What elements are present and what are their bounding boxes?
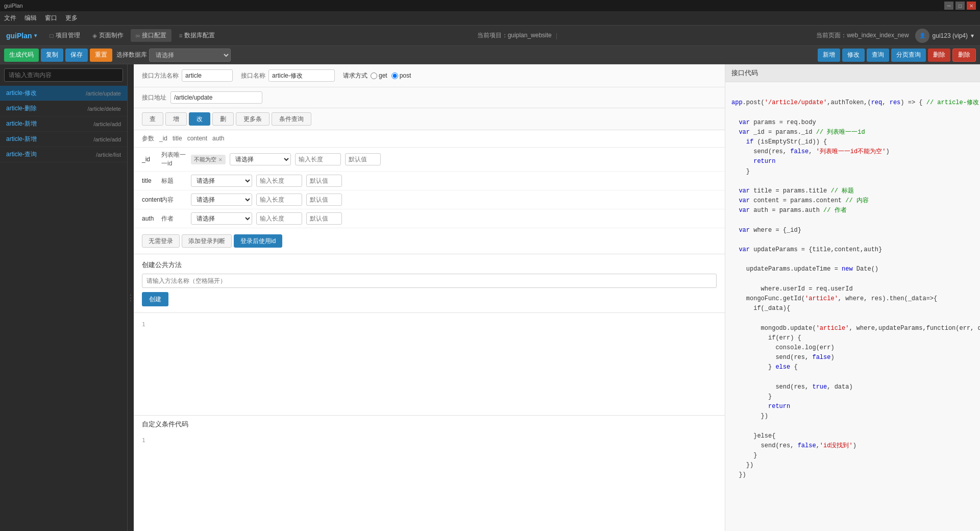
- code-area-1: 1: [134, 313, 725, 415]
- param-row-id: _id 列表唯一一id 不能为空 × 请选择: [134, 148, 725, 172]
- api-url-label: 接口地址: [142, 93, 166, 102]
- page-icon: ◈: [92, 32, 97, 39]
- tab-add[interactable]: 增: [165, 112, 187, 126]
- param-row-content: content 内容 请选择: [134, 190, 725, 209]
- code-display: app.post('/article/update',authToken,(re…: [725, 82, 980, 496]
- project-icon: □: [50, 32, 54, 39]
- sidebar-item-article-add-2[interactable]: article-新增 /article/add: [0, 132, 127, 147]
- param-default-auth[interactable]: [306, 212, 342, 225]
- api-url-input[interactable]: [170, 91, 262, 104]
- radio-group: get post: [371, 72, 411, 79]
- param-label-auth: 作者: [161, 214, 187, 223]
- tab-query[interactable]: 查: [142, 112, 163, 126]
- param-select-id[interactable]: 请选择: [230, 153, 291, 165]
- center-panel: 接口方法名称 接口名称 请求方式 get post: [134, 64, 725, 531]
- auth-tab-use-id[interactable]: 登录后使用id: [234, 234, 282, 248]
- menu-edit[interactable]: 编辑: [24, 14, 37, 22]
- sidebar-item-article-list[interactable]: article-查询 /article/list: [0, 147, 127, 162]
- drag-handle[interactable]: ⋮: [128, 64, 134, 531]
- param-length-auth[interactable]: [256, 212, 302, 225]
- copy-button[interactable]: 复制: [41, 49, 63, 62]
- new-button[interactable]: 新增: [818, 49, 840, 62]
- method-name-field: 接口方法名称: [142, 69, 233, 82]
- tab-more[interactable]: 更多条: [236, 112, 270, 126]
- radio-get-label[interactable]: get: [371, 72, 387, 79]
- nav-api-config[interactable]: ∞ 接口配置: [131, 29, 172, 42]
- remove-tag-id[interactable]: ×: [218, 156, 223, 163]
- api-tabs: 查 增 改 删 更多条 条件查询: [134, 108, 725, 130]
- auth-tabs: 无需登录 添加登录判断 登录后使用id: [134, 228, 725, 254]
- param-length-title[interactable]: [256, 175, 302, 187]
- maximize-button[interactable]: □: [955, 2, 965, 10]
- method-name-label: 接口方法名称: [142, 71, 179, 80]
- tab-modify[interactable]: 改: [189, 112, 210, 126]
- search-input[interactable]: [4, 68, 123, 82]
- modify-button[interactable]: 修改: [842, 49, 865, 62]
- param-default-content[interactable]: [306, 194, 342, 206]
- public-method-input[interactable]: [142, 274, 717, 288]
- auth-tab-add-check[interactable]: 添加登录判断: [182, 234, 232, 248]
- page-query-button[interactable]: 分页查询: [891, 49, 926, 62]
- current-project: 当前项目：guiplan_website: [477, 31, 552, 40]
- tab-delete[interactable]: 删: [212, 112, 234, 126]
- right-panel-title: 接口代码: [725, 64, 980, 82]
- api-name-input[interactable]: [268, 69, 335, 82]
- create-method-button[interactable]: 创建: [142, 292, 168, 306]
- radio-get[interactable]: [371, 73, 377, 79]
- method-name-input[interactable]: [182, 69, 233, 82]
- sidebar-search-container: [0, 64, 127, 86]
- code-line-1: 1: [142, 317, 717, 332]
- right-panel: 接口代码 app.post('/article/update',authToke…: [725, 64, 980, 531]
- param-row-title: title 标题 请选择: [134, 172, 725, 190]
- param-row-auth: auth 作者 请选择: [134, 209, 725, 228]
- title-bar-controls: ─ □ ✕: [944, 2, 976, 10]
- menu-window[interactable]: 窗口: [45, 14, 57, 22]
- param-length-id[interactable]: [295, 153, 341, 165]
- radio-post-label[interactable]: post: [391, 72, 411, 79]
- generate-code-button[interactable]: 生成代码: [4, 49, 39, 62]
- param-select-title[interactable]: 请选择: [191, 175, 252, 187]
- custom-condition-title: 自定义条件代码: [142, 420, 717, 429]
- save-button[interactable]: 保存: [65, 49, 88, 62]
- close-button[interactable]: ✕: [967, 2, 976, 10]
- nav-db-config[interactable]: ≡ 数据库配置: [174, 29, 220, 42]
- api-icon: ∞: [136, 32, 140, 39]
- current-page: 当前页面：web_index_index_new: [816, 31, 909, 40]
- query-button[interactable]: 查询: [867, 49, 889, 62]
- reset-button[interactable]: 重置: [90, 49, 112, 62]
- sidebar-item-article-update[interactable]: article-修改 /article/update: [0, 86, 127, 101]
- database-select[interactable]: 请选择: [149, 49, 231, 62]
- param-default-title[interactable]: [306, 175, 342, 187]
- radio-post[interactable]: [391, 73, 398, 79]
- sidebar: article-修改 /article/update article-删除 /a…: [0, 64, 128, 531]
- sidebar-list: article-修改 /article/update article-删除 /a…: [0, 86, 127, 531]
- param-name-auth: auth: [142, 215, 157, 222]
- top-nav: guiPlan ▾ □ 项目管理 ◈ 页面制作 ∞ 接口配置 ≡ 数据库配置 当…: [0, 26, 980, 46]
- param-default-id[interactable]: [345, 153, 381, 165]
- param-length-content[interactable]: [256, 194, 302, 206]
- menu-more[interactable]: 更多: [65, 14, 78, 22]
- menu-bar: 文件 编辑 窗口 更多: [0, 11, 980, 26]
- api-url-row: 接口地址: [134, 87, 725, 108]
- param-select-auth[interactable]: 请选择: [191, 212, 252, 225]
- minimize-button[interactable]: ─: [944, 2, 953, 10]
- params-header: 参数 _id title content auth: [134, 130, 725, 148]
- auth-tab-no-login[interactable]: 无需登录: [142, 234, 180, 248]
- public-method-title: 创建公共方法: [142, 260, 717, 270]
- nav-page-creation[interactable]: ◈ 页面制作: [87, 29, 129, 42]
- nav-project-management[interactable]: □ 项目管理: [45, 29, 85, 42]
- select-db-label: 选择数据库: [116, 51, 147, 59]
- api-header: 接口方法名称 接口名称 请求方式 get post: [134, 64, 725, 87]
- nav-brand[interactable]: guiPlan ▾: [6, 32, 37, 40]
- sidebar-item-article-add-1[interactable]: article-新增 /article/add: [0, 116, 127, 132]
- title-bar: guiPlan ─ □ ✕: [0, 0, 980, 11]
- delete-button-2[interactable]: 删除: [952, 49, 976, 62]
- sidebar-item-article-delete[interactable]: article-删除 /article/delete: [0, 101, 127, 116]
- menu-file[interactable]: 文件: [4, 14, 16, 22]
- user-info[interactable]: 👤 gui123 (vip4) ▾: [915, 29, 974, 43]
- tab-condition-query[interactable]: 条件查询: [272, 112, 311, 126]
- param-select-content[interactable]: 请选择: [191, 194, 252, 206]
- api-form: 接口方法名称 接口名称 请求方式 get post: [134, 64, 725, 531]
- param-name-id: _id: [142, 156, 157, 163]
- delete-button-1[interactable]: 删除: [928, 49, 950, 62]
